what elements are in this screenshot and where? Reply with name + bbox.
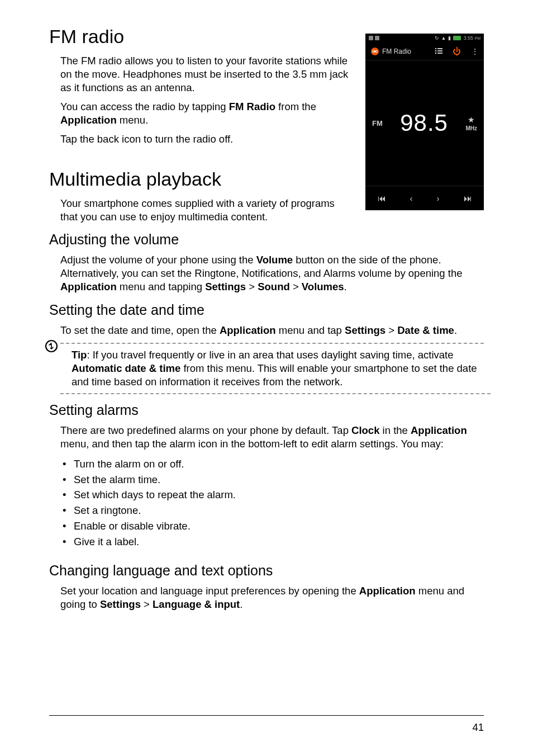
phone-status-bar: ↻ ▲ ▮ 3:55 PM: [365, 34, 484, 42]
text-bold: Automatic date & time: [72, 362, 180, 374]
page-footer-rule: [49, 715, 484, 716]
favorite-star-icon[interactable]: ★: [468, 115, 475, 124]
heading-alarms: Setting alarms: [49, 402, 484, 418]
status-icon: [375, 36, 379, 40]
fm-radio-paragraph-2: You can access the radio by tapping FM R…: [60, 100, 350, 127]
text-run: menu, and then tap the alarm icon in the…: [60, 438, 444, 450]
text-bold: Language & input: [153, 598, 240, 610]
text-run: : If you travel frequently or live in an…: [87, 349, 453, 361]
sync-icon: ↻: [435, 35, 439, 41]
fm-radio-paragraph-3: Tap the back icon to turn the radio off.: [60, 133, 350, 146]
text-run: To set the date and time, open the: [60, 324, 220, 336]
text-bold: Clock: [351, 424, 379, 436]
text-run: >: [386, 324, 397, 336]
text-bold: Application: [359, 585, 416, 597]
text-run: Adjust the volume of your phone using th…: [60, 254, 256, 266]
svg-rect-5: [437, 50, 442, 51]
heading-datetime: Setting the date and time: [49, 302, 484, 318]
tip-callout: Tip: If you travel frequently or live in…: [60, 343, 484, 394]
prev-track-button[interactable]: ⏮: [378, 193, 386, 203]
wifi-icon: ▲: [441, 35, 446, 41]
text-bold: Volumes: [302, 281, 344, 292]
next-track-button[interactable]: ⏭: [464, 193, 472, 203]
text-bold: Tip: [72, 349, 87, 361]
fm-label: FM: [372, 119, 383, 127]
svg-point-4: [435, 50, 437, 51]
text-run: menu and tapping: [117, 281, 205, 292]
text-run: >: [290, 281, 302, 292]
phone-app-titlebar: FM Radio ⏻ ⋮: [365, 42, 484, 60]
page-number: 41: [472, 721, 484, 734]
list-item: Give it a label.: [60, 534, 484, 550]
list-item: Turn the alarm on or off.: [60, 456, 484, 472]
text-run: Set your location and language input pre…: [60, 585, 359, 597]
text-bold: Settings: [345, 324, 386, 336]
next-button[interactable]: ›: [437, 193, 440, 203]
list-item: Enable or disable vibrate.: [60, 518, 484, 534]
list-item: Set the alarm time.: [60, 472, 484, 488]
tip-divider-bottom: [60, 393, 491, 394]
battery-icon: [453, 36, 461, 40]
alarms-list: Turn the alarm on or off. Set the alarm …: [60, 456, 484, 550]
fm-radio-app-icon: [371, 48, 379, 55]
list-item: Set a ringtone.: [60, 503, 484, 518]
text-bold: Volume: [256, 254, 293, 266]
phone-frequency-display: FM 98.5 ★ MHz: [365, 60, 484, 186]
heading-language: Changing language and text options: [49, 563, 484, 579]
text-run: There are two predefined alarms on your …: [60, 424, 351, 436]
text-bold: Date & time: [397, 324, 454, 336]
status-time: 3:55 PM: [463, 35, 480, 41]
svg-rect-3: [437, 48, 442, 49]
text-run: You can access the radio by tapping: [60, 101, 229, 112]
svg-rect-7: [437, 53, 442, 54]
text-bold: Settings: [100, 598, 141, 610]
text-run: >: [141, 598, 153, 610]
svg-point-2: [435, 48, 437, 49]
multimedia-paragraph: Your smartphone comes supplied with a va…: [60, 197, 350, 224]
text-bold: Sound: [258, 281, 290, 292]
text-bold: Application: [60, 114, 117, 126]
text-bold: Settings: [205, 281, 246, 292]
heading-volume: Adjusting the volume: [49, 231, 484, 248]
language-paragraph: Set your location and language input pre…: [60, 584, 484, 611]
text-bold: Application: [411, 424, 467, 436]
phone-app-title: FM Radio: [382, 48, 411, 55]
frequency-value: 98.5: [400, 110, 448, 136]
alarms-paragraph: There are two predefined alarms on your …: [60, 424, 484, 451]
power-icon[interactable]: ⏻: [453, 46, 461, 56]
text-bold: FM Radio: [229, 101, 275, 112]
list-item: Set which days to repeat the alarm.: [60, 487, 484, 503]
text-run: menu.: [117, 114, 149, 126]
status-icon: [369, 36, 373, 40]
text-run: .: [454, 324, 457, 336]
text-run: in the: [379, 424, 411, 436]
text-run: menu and tap: [276, 324, 345, 336]
mhz-label: MHz: [465, 125, 477, 131]
text-run: from the: [275, 101, 316, 112]
phone-nav-bar: ⏮ ‹ › ⏭: [365, 186, 484, 210]
svg-point-1: [374, 50, 376, 53]
fm-radio-paragraph-1: The FM radio allows you to listen to you…: [60, 54, 350, 94]
signal-icon: ▮: [448, 35, 451, 41]
tip-icon: [45, 339, 58, 353]
datetime-paragraph: To set the date and time, open the Appli…: [60, 324, 484, 337]
fm-radio-app-screenshot: ↻ ▲ ▮ 3:55 PM FM Radio ⏻ ⋮ FM 98.5 ★ MHz: [365, 34, 484, 210]
text-bold: Application: [60, 281, 117, 292]
prev-button[interactable]: ‹: [410, 193, 413, 203]
more-icon[interactable]: ⋮: [471, 47, 478, 56]
svg-point-6: [435, 52, 437, 54]
tip-divider-top: [60, 343, 484, 344]
station-list-icon[interactable]: [435, 47, 442, 56]
text-bold: Application: [220, 324, 276, 336]
volume-paragraph: Adjust the volume of your phone using th…: [60, 253, 484, 294]
text-run: .: [240, 598, 242, 610]
tip-text: Tip: If you travel frequently or live in…: [72, 348, 484, 389]
text-run: >: [246, 281, 258, 292]
text-run: .: [344, 281, 347, 292]
